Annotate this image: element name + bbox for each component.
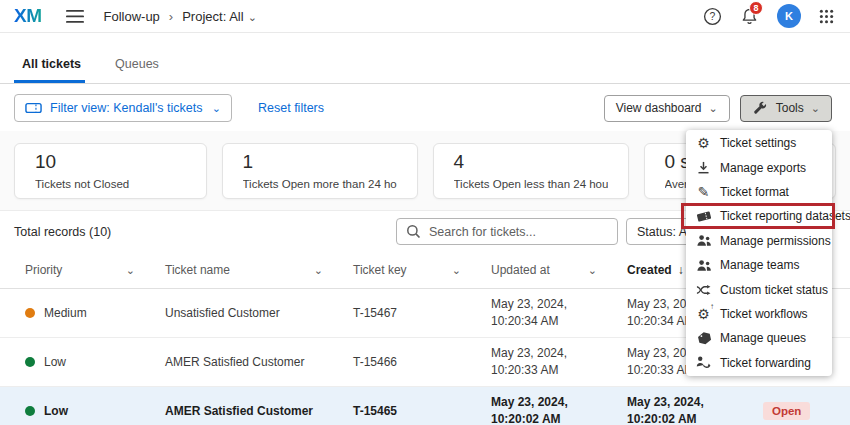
status-badge: Open	[763, 402, 810, 420]
tab-all-tickets[interactable]: All tickets	[14, 57, 85, 83]
priority-cell: Low	[25, 404, 165, 418]
ticket-key-cell: T-15467	[353, 306, 491, 320]
breadcrumb: Follow-up › Project: All⌄	[104, 9, 257, 24]
menu-item-ticket-workflows[interactable]: ⚙↑ Ticket workflows	[686, 302, 832, 326]
column-label: Updated at	[491, 263, 550, 277]
stat-value: 4	[454, 151, 608, 173]
reset-filters-link[interactable]: Reset filters	[258, 101, 324, 115]
stat-card-open-less-24h: 4 Tickets Open less than 24 hours	[433, 143, 629, 199]
tools-dropdown-menu: ⚙ Ticket settings Manage exports ✎ Ticke…	[686, 130, 832, 376]
menu-item-label: Custom ticket status	[720, 283, 828, 297]
status-cell: Open	[763, 402, 850, 420]
waffle-grid-icon[interactable]	[819, 9, 834, 24]
menu-item-manage-teams[interactable]: Manage teams	[686, 253, 832, 277]
total-records-label: Total records (10)	[14, 225, 111, 239]
ticket-name-cell: AMER Satisfied Customer	[165, 404, 353, 418]
column-label: Ticket name	[165, 263, 230, 277]
chevron-down-icon: ⌄	[248, 11, 257, 23]
ticket-icon	[695, 210, 712, 223]
breadcrumb-project-label: Project: All	[182, 9, 243, 24]
people-group-icon	[695, 259, 712, 272]
updated-at-cell: May 23, 2024, 10:20:34 AM	[491, 296, 613, 330]
search-input[interactable]	[429, 225, 609, 239]
menu-item-label: Ticket format	[720, 185, 789, 199]
ticket-name-cell: Unsatisfied Customer	[165, 306, 353, 320]
priority-label: Medium	[44, 306, 87, 320]
chevron-down-icon[interactable]: ⌄	[452, 265, 461, 276]
tags-icon	[695, 332, 712, 345]
stat-value: 10	[35, 151, 186, 173]
column-header-priority[interactable]: Priority ⌄	[25, 263, 165, 277]
menu-item-ticket-settings[interactable]: ⚙ Ticket settings	[686, 131, 832, 155]
menu-item-ticket-reporting-datasets[interactable]: Ticket reporting datasets	[686, 204, 832, 228]
person-forward-icon	[695, 356, 712, 369]
chevron-down-icon[interactable]: ⌄	[126, 265, 135, 276]
menu-item-label: Manage queues	[720, 331, 806, 345]
avatar[interactable]: K	[777, 4, 801, 28]
pencil-icon: ✎	[695, 184, 712, 200]
column-header-updated-at[interactable]: Updated at ⌄	[491, 263, 627, 277]
shuffle-icon	[695, 284, 712, 296]
gear-icon: ⚙	[695, 135, 712, 151]
ticket-key-cell: T-15465	[353, 404, 491, 418]
menu-item-label: Ticket forwarding	[720, 356, 811, 370]
stat-value: 1	[243, 151, 397, 173]
menu-item-custom-ticket-status[interactable]: Custom ticket status	[686, 277, 832, 301]
gear-arrow-icon: ⚙↑	[695, 306, 712, 322]
tools-button[interactable]: Tools ⌄	[740, 95, 832, 122]
stat-card-open-more-24h: 1 Tickets Open more than 24 hours	[222, 143, 418, 199]
search-box	[396, 218, 618, 245]
filter-view-dropdown[interactable]: Filter view: Kendall's tickets ⌄	[14, 94, 232, 122]
chevron-right-icon: ›	[169, 9, 173, 24]
menu-item-label: Manage exports	[720, 161, 806, 175]
menu-item-ticket-format[interactable]: ✎ Ticket format	[686, 180, 832, 204]
menu-item-ticket-forwarding[interactable]: Ticket forwarding	[686, 351, 832, 375]
column-label: Ticket key	[353, 263, 407, 277]
menu-item-label: Ticket reporting datasets	[720, 209, 850, 223]
sort-descending-icon: ↓	[678, 263, 684, 277]
menu-item-manage-queues[interactable]: Manage queues	[686, 326, 832, 350]
menu-item-label: Manage teams	[720, 258, 799, 272]
priority-label: Low	[44, 404, 68, 418]
breadcrumb-section[interactable]: Follow-up	[104, 9, 160, 24]
chevron-down-icon[interactable]: ⌄	[588, 265, 597, 276]
ticket-key-cell: T-15466	[353, 355, 491, 369]
stat-label: Tickets Open more than 24 hours	[243, 178, 397, 190]
ticket-outline-icon	[25, 102, 42, 114]
table-row-highlighted[interactable]: Low AMER Satisfied Customer T-15465 May …	[0, 387, 850, 425]
menu-item-label: Ticket settings	[720, 136, 796, 150]
view-dashboard-label: View dashboard	[616, 101, 702, 115]
priority-low-dot-icon	[25, 357, 35, 367]
view-dashboard-button[interactable]: View dashboard ⌄	[604, 95, 730, 122]
hamburger-menu-icon[interactable]	[66, 10, 84, 23]
filter-bar-actions: View dashboard ⌄ Tools ⌄	[604, 95, 832, 122]
chevron-down-icon: ⌄	[811, 103, 820, 114]
download-icon	[695, 161, 712, 174]
notifications-bell-icon[interactable]: 8	[740, 7, 759, 26]
breadcrumb-project-dropdown[interactable]: Project: All⌄	[182, 9, 257, 24]
help-icon[interactable]: ?	[703, 7, 722, 26]
menu-item-manage-exports[interactable]: Manage exports	[686, 155, 832, 179]
column-label: Priority	[25, 263, 62, 277]
updated-at-cell: May 23, 2024, 10:20:33 AM	[491, 345, 613, 379]
topbar-actions: ? 8 K	[703, 4, 834, 28]
stat-label: Tickets not Closed	[35, 178, 186, 190]
updated-at-cell: May 23, 2024, 10:20:02 AM	[491, 394, 613, 425]
tab-queues[interactable]: Queues	[111, 57, 163, 83]
wrench-icon	[752, 101, 769, 115]
priority-medium-dot-icon	[25, 308, 35, 318]
column-header-ticket-key[interactable]: Ticket key ⌄	[353, 263, 491, 277]
filter-view-label: Filter view: Kendall's tickets	[50, 101, 204, 115]
people-icon	[695, 234, 712, 247]
chevron-down-icon[interactable]: ⌄	[314, 265, 323, 276]
priority-low-dot-icon	[25, 406, 35, 416]
chevron-down-icon: ⌄	[212, 103, 221, 114]
menu-item-manage-permissions[interactable]: Manage permissions	[686, 229, 832, 253]
priority-cell: Medium	[25, 306, 165, 320]
column-header-ticket-name[interactable]: Ticket name ⌄	[165, 263, 353, 277]
stat-label: Tickets Open less than 24 hours	[454, 178, 608, 190]
search-icon	[405, 224, 422, 239]
xm-logo: XM	[14, 5, 42, 27]
top-bar: XM Follow-up › Project: All⌄ ? 8 K	[0, 0, 850, 33]
column-label: Created	[627, 263, 672, 277]
